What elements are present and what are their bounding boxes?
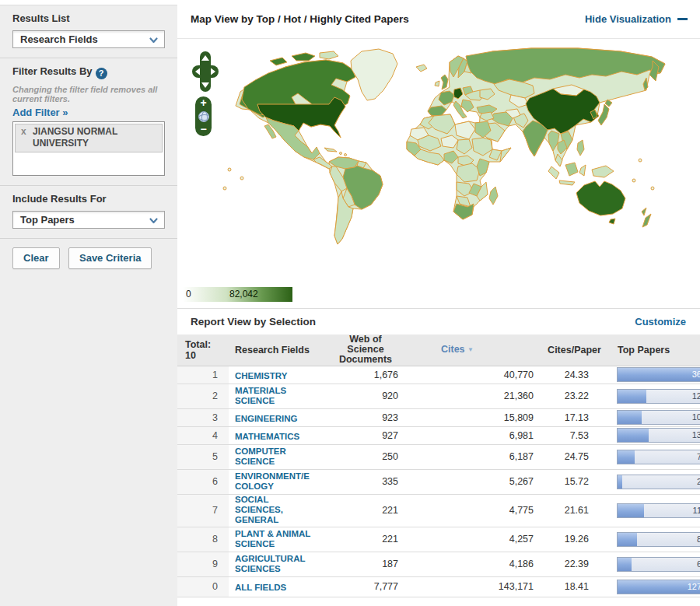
row-rank: 1 xyxy=(177,366,229,384)
research-field-link[interactable]: ALL FIELDS xyxy=(235,583,286,593)
globe-icon[interactable] xyxy=(198,111,209,122)
sidebar: Results List Research Fields Filter Resu… xyxy=(0,5,177,606)
top-papers-bar: 10 xyxy=(617,410,700,425)
top-papers-bar-fill xyxy=(618,533,637,546)
page: Results List Research Fields Filter Resu… xyxy=(0,0,700,606)
filter-by-heading: Filter Results By? xyxy=(12,65,165,79)
row-docs-value: 927 xyxy=(320,426,401,444)
top-papers-bar-fill xyxy=(618,475,622,489)
row-docs-value: 250 xyxy=(320,444,401,469)
results-list-heading: Results List xyxy=(12,12,165,24)
top-papers-bar-fill xyxy=(618,368,700,381)
map-area: + − 0 82,042 xyxy=(177,39,700,309)
row-rank: 4 xyxy=(177,426,229,444)
results-list-select[interactable]: Research Fields xyxy=(12,30,165,48)
row-docs-value: 1,676 xyxy=(320,366,401,384)
map-zoom-control[interactable]: + − xyxy=(195,96,212,136)
filter-list-box: x JIANGSU NORMAL UNIVERSITY xyxy=(12,121,165,176)
column-header-cites[interactable]: Cites ▼ xyxy=(401,335,537,366)
row-cites-value: 6,187 xyxy=(401,444,537,469)
top-papers-bar: 8 xyxy=(617,532,700,547)
report-header: Report View by Selection Customize xyxy=(177,309,700,335)
map-header: Map View by Top / Hot / Highly Cited Pap… xyxy=(177,0,700,39)
table-header-row: Total:10 Research Fields Web of Science … xyxy=(177,335,700,366)
row-cites-value: 15,809 xyxy=(401,408,537,426)
chevron-down-icon xyxy=(149,218,158,224)
research-field-link[interactable]: ENVIRONMENT/E COLOGY xyxy=(235,471,310,492)
table-row: 4 MATHEMATICS 927 6,981 7.53 13 xyxy=(177,426,700,444)
top-papers-bar: 12 xyxy=(617,389,700,404)
column-header-top-papers[interactable]: Top Papers xyxy=(612,335,700,366)
table-row: 3 ENGINEERING 923 15,809 17.13 10 xyxy=(177,408,700,426)
top-papers-bar-fill xyxy=(618,504,644,517)
research-field-link[interactable]: SOCIAL SCIENCES, GENERAL xyxy=(235,495,283,525)
top-papers-bar: 6 xyxy=(617,557,700,572)
row-cites-value: 4,775 xyxy=(401,494,537,527)
help-icon[interactable]: ? xyxy=(96,68,107,79)
top-papers-value: 7 xyxy=(697,452,700,461)
row-cites-per-paper-value: 24.33 xyxy=(537,366,612,384)
sort-desc-icon: ▼ xyxy=(467,346,474,353)
table-row: 5 COMPUTER SCIENCE 250 6,187 24.75 7 xyxy=(177,444,700,469)
research-field-link[interactable]: MATERIALS SCIENCE xyxy=(235,386,286,406)
save-criteria-button[interactable]: Save Criteria xyxy=(68,247,152,269)
row-docs-value: 221 xyxy=(320,494,401,527)
research-field-link[interactable]: MATHEMATICS xyxy=(235,432,299,442)
top-papers-bar: 127 xyxy=(617,580,700,594)
remove-filter-icon[interactable]: x xyxy=(21,126,26,138)
top-papers-value: 2 xyxy=(697,477,700,486)
row-rank: 9 xyxy=(177,552,229,576)
row-cites-per-paper-value: 18.41 xyxy=(537,576,612,597)
results-list-section: Results List Research Fields xyxy=(0,5,177,58)
research-field-link[interactable]: CHEMISTRY xyxy=(235,371,287,381)
column-header-wos-documents[interactable]: Web of Science Documents xyxy=(320,335,401,366)
filter-section: Filter Results By? Changing the filter f… xyxy=(0,58,177,186)
table-row: 0 ALL FIELDS 7,777 143,171 18.41 127 xyxy=(177,576,700,597)
map-pan-control[interactable] xyxy=(192,51,219,92)
include-results-value: Top Papers xyxy=(20,214,75,226)
zoom-out-icon[interactable]: − xyxy=(200,124,206,135)
row-cites-per-paper-value: 19.26 xyxy=(537,527,612,552)
top-papers-value: 127 xyxy=(688,582,700,591)
filter-tag[interactable]: x JIANGSU NORMAL UNIVERSITY xyxy=(15,124,163,152)
row-cites-per-paper-value: 21.61 xyxy=(537,494,612,527)
sidebar-buttons: Clear Save Criteria xyxy=(0,239,177,278)
top-papers-bar-fill xyxy=(618,411,642,424)
customize-link[interactable]: Customize xyxy=(635,316,686,328)
row-cites-value: 143,171 xyxy=(401,576,537,597)
report-table: Total:10 Research Fields Web of Science … xyxy=(177,335,700,597)
zoom-in-icon[interactable]: + xyxy=(200,98,206,108)
column-header-cites-per-paper[interactable]: Cites/Paper xyxy=(537,335,612,366)
filter-note: Changing the filter field removes all cu… xyxy=(12,85,165,103)
research-field-link[interactable]: ENGINEERING xyxy=(235,414,298,424)
world-map[interactable] xyxy=(220,44,695,277)
research-field-link[interactable]: PLANT & ANIMAL SCIENCE xyxy=(235,529,310,549)
row-cites-value: 5,267 xyxy=(401,469,537,494)
row-cites-value: 4,257 xyxy=(401,527,537,552)
include-results-select[interactable]: Top Papers xyxy=(12,211,165,229)
top-papers-bar: 11 xyxy=(617,503,700,518)
table-row: 1 CHEMISTRY 1,676 40,770 24.33 36 xyxy=(177,366,700,384)
include-results-heading: Include Results For xyxy=(12,193,165,205)
add-filter-link[interactable]: Add Filter » xyxy=(12,107,165,118)
top-papers-bar-fill xyxy=(618,429,649,442)
top-papers-value: 36 xyxy=(692,370,700,379)
column-header-research-fields[interactable]: Research Fields xyxy=(229,335,320,366)
research-field-link[interactable]: COMPUTER SCIENCE xyxy=(235,447,286,467)
row-cites-per-paper-value: 22.39 xyxy=(537,552,612,576)
row-rank: 3 xyxy=(177,408,229,426)
legend-max-value: 82,042 xyxy=(229,289,258,299)
top-papers-value: 13 xyxy=(692,430,700,440)
hide-visualization-link[interactable]: Hide Visualization xyxy=(585,13,688,25)
top-papers-bar-fill xyxy=(618,558,632,571)
clear-button[interactable]: Clear xyxy=(12,247,60,269)
report-view-title: Report View by Selection xyxy=(191,316,316,328)
top-papers-bar: 36 xyxy=(617,367,700,382)
map-legend: 0 82,042 xyxy=(183,287,292,302)
research-field-link[interactable]: AGRICULTURAL SCIENCES xyxy=(235,554,306,574)
row-cites-per-paper-value: 17.13 xyxy=(537,408,612,426)
top-papers-value: 10 xyxy=(692,412,700,422)
row-cites-per-paper-value: 24.75 xyxy=(537,444,612,469)
row-rank: 8 xyxy=(177,527,229,552)
top-papers-bar: 13 xyxy=(617,428,700,443)
